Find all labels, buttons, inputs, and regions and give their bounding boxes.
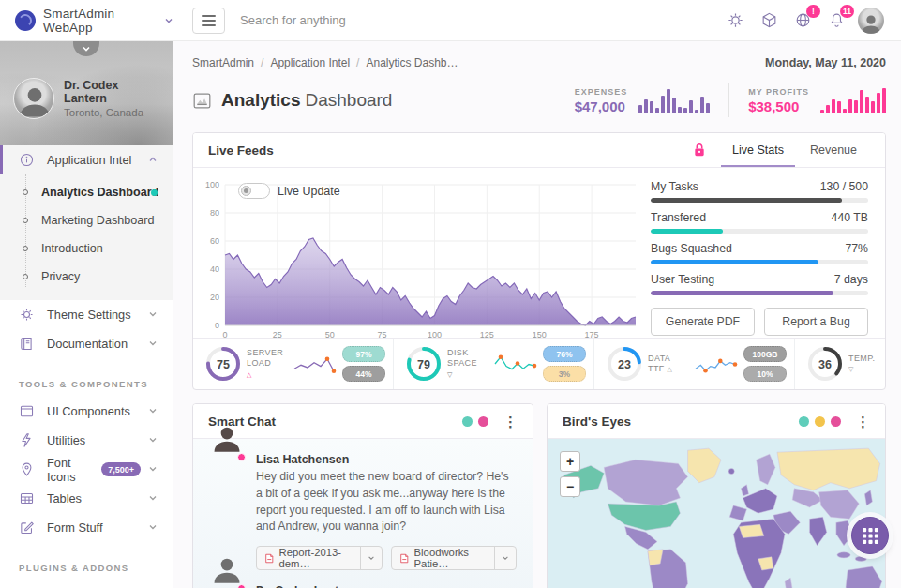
svg-text:75: 75 — [378, 330, 387, 339]
server-load-badges: 97%44% — [342, 346, 385, 382]
progress-fill — [651, 291, 833, 295]
globe-alerts-icon[interactable]: ! — [790, 8, 815, 33]
page-title-light: Dashboard — [305, 90, 392, 111]
svg-text:150: 150 — [533, 330, 547, 339]
svg-text:79: 79 — [417, 358, 430, 371]
search-input[interactable] — [240, 13, 540, 27]
chat-messages: Lisa Hatchensen Hey did you meet the new… — [193, 439, 533, 588]
kpi-profits: MY PROFITS $38,500 — [748, 87, 886, 114]
stat-value: 130 / 500 — [820, 180, 868, 193]
profits-bar-sparkline — [820, 88, 886, 113]
progress-fill — [651, 198, 842, 203]
progress-fill — [651, 260, 818, 264]
tab-live-stats[interactable]: Live Stats — [719, 133, 797, 167]
svg-text:100: 100 — [428, 330, 442, 339]
mini-stat-badge: 100GB — [743, 346, 787, 362]
breadcrumb-item[interactable]: SmartAdmin — [192, 56, 254, 69]
stat-label: My Tasks — [651, 180, 698, 193]
sidebar-subitem-label: Analytics Dashboard — [41, 186, 158, 199]
status-dot-pink[interactable] — [831, 416, 841, 427]
kebab-menu-icon[interactable]: ⋮ — [856, 415, 870, 429]
status-dot-yellow[interactable] — [815, 416, 825, 427]
breadcrumb-separator: / — [261, 56, 263, 69]
bullet-icon — [23, 246, 28, 251]
app-logo-icon — [15, 10, 36, 31]
sidebar-item-form-stuff[interactable]: Form Stuff — [0, 513, 173, 542]
top-navbar: SmartAdmin WebApp ! 11 — [0, 0, 901, 41]
chevron-down-icon[interactable] — [360, 547, 382, 569]
chevron-down-icon — [164, 12, 173, 29]
attachment-name: Bloodworks Patie… — [414, 547, 486, 569]
window-icon — [19, 403, 35, 419]
profile-collapse-chevron-icon[interactable] — [73, 41, 99, 56]
kpi-expenses: EXPENSES $47,000 — [575, 87, 711, 114]
map-pin-icon — [19, 461, 35, 477]
section-plugins-label: PLUGINS & ADDONS — [19, 563, 173, 573]
mini-stat-badge: 76% — [543, 346, 586, 362]
settings-gear-icon[interactable] — [723, 8, 747, 33]
table-icon — [19, 490, 35, 506]
sidebar-item-label: Tables — [47, 491, 82, 505]
attachment-chip[interactable]: Bloodworks Patie… — [391, 546, 517, 570]
status-dot-pink[interactable] — [478, 416, 488, 427]
sidebar-item-analytics-dashboard[interactable]: Analytics Dashboard — [0, 178, 173, 206]
expenses-bar-sparkline — [638, 88, 710, 113]
sidebar-item-font-icons[interactable]: Font Icons 7,500+ — [0, 455, 173, 484]
svg-text:23: 23 — [618, 358, 631, 371]
mini-stat-badge: 3% — [543, 366, 586, 382]
breadcrumb-item[interactable]: Application Intel — [270, 56, 350, 69]
generate-pdf-button[interactable]: Generate PDF — [651, 308, 755, 336]
sidebar-item-label: Application Intel — [47, 153, 131, 167]
avatar — [209, 584, 245, 588]
chevron-up-icon — [148, 153, 158, 167]
kebab-menu-icon[interactable]: ⋮ — [503, 415, 518, 429]
progress-fill — [651, 229, 723, 234]
notifications-bell-icon[interactable]: 11 — [824, 8, 848, 33]
sidebar-item-privacy[interactable]: Privacy — [0, 263, 173, 291]
sidebar-item-label: Form Stuff — [47, 520, 103, 535]
world-map[interactable] — [548, 439, 885, 588]
app-shortcuts-grid-icon[interactable] — [851, 517, 889, 554]
sidebar-item-ui-components[interactable]: UI Components — [0, 397, 173, 426]
svg-text:60: 60 — [210, 236, 219, 246]
pencil-edit-icon — [19, 520, 35, 535]
tab-revenue[interactable]: Revenue — [797, 133, 870, 167]
section-tools-label: TOOLS & COMPONENTS — [19, 379, 173, 389]
profile-avatar[interactable] — [13, 78, 54, 119]
svg-text:0: 0 — [215, 321, 219, 330]
progress-track — [651, 291, 868, 295]
live-update-toggle[interactable] — [238, 183, 270, 199]
map-zoom-out-button[interactable]: − — [560, 476, 580, 497]
map-zoom-in-button[interactable]: + — [560, 451, 580, 472]
sidebar-item-tables[interactable]: Tables — [0, 484, 173, 513]
breadcrumb-item[interactable]: Analytics Dashb… — [366, 56, 458, 69]
apps-cube-icon[interactable] — [757, 8, 781, 33]
chevron-down-icon[interactable] — [494, 547, 516, 569]
sidebar-item-application-intel[interactable]: Application Intel — [0, 145, 173, 174]
sidebar-item-utilities[interactable]: Utilities — [0, 426, 173, 455]
user-avatar[interactable] — [858, 8, 884, 34]
bullet-icon — [23, 218, 28, 223]
profile-location: Toronto, Canada — [64, 107, 161, 118]
bullet-icon — [23, 189, 28, 195]
sidebar-item-marketing-dashboard[interactable]: Marketing Dashboard — [0, 206, 173, 234]
sidebar-item-introduction[interactable]: Introduction — [0, 234, 173, 263]
status-dot-teal[interactable] — [799, 416, 809, 427]
mini-stat-badge: 44% — [342, 366, 385, 382]
sidebar-item-documentation[interactable]: Documentation — [0, 329, 173, 358]
status-dot-teal[interactable] — [462, 416, 473, 427]
lightning-bolt-icon — [19, 432, 35, 448]
mini-stat-label: SERVER — [247, 348, 286, 358]
sidebar-item-theme-settings[interactable]: Theme Settings — [0, 300, 173, 329]
kpi-expenses-label: EXPENSES — [575, 87, 628, 97]
chevron-down-icon — [148, 337, 158, 351]
report-bug-button[interactable]: Report a Bug — [764, 308, 868, 336]
svg-text:125: 125 — [480, 330, 494, 339]
info-circle-icon — [19, 152, 35, 168]
header-kpis: EXPENSES $47,000 MY PROFITS $38,500 — [575, 83, 886, 117]
menu-toggle-button[interactable] — [192, 8, 225, 34]
stat-my-tasks: My Tasks130 / 500 — [651, 180, 868, 203]
attachment-chip[interactable]: Report-2013-dem… — [256, 546, 383, 570]
brand[interactable]: SmartAdmin WebApp — [0, 0, 173, 40]
mini-stat-temp: 36 TEMP.▽ 12440F — [794, 339, 886, 389]
